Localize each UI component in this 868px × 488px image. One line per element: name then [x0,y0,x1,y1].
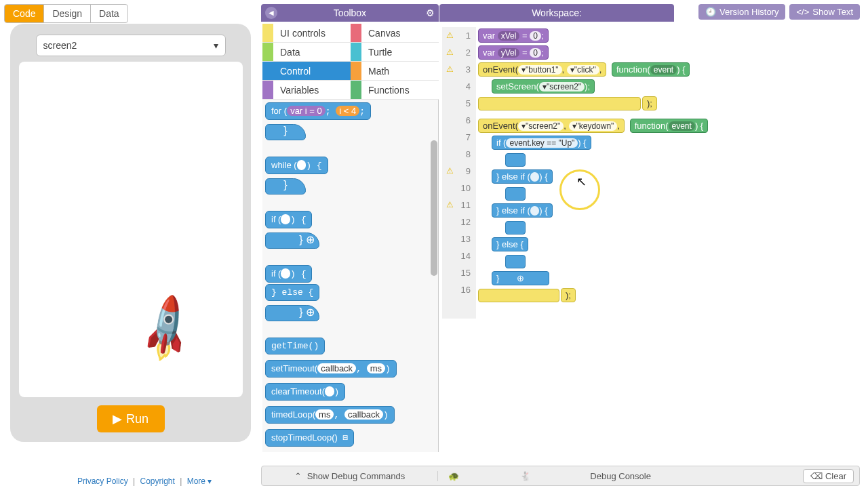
screen-select-dropdown[interactable]: screen2 ▾ [36,35,226,56]
show-debug-commands-button[interactable]: ⌃ Show Debug Commands [262,471,438,481]
clear-button[interactable]: ⌫ Clear [803,469,854,483]
toolbox-blocks-area[interactable]: for (var i = 0; i < 4; } while ( ) { } i… [262,100,439,452]
tab-data[interactable]: Data [90,5,127,22]
block-close[interactable]: } ⊕ [492,271,549,285]
var-decl-block[interactable]: var xVel = 0; [478,28,549,43]
toolbox-categories: UI controls Canvas Data Turtle Control M… [262,24,439,100]
toolbox-gear-icon[interactable]: ⚙ [426,7,435,18]
version-history-button[interactable]: 🕘 Version History [698,4,785,20]
empty-slot[interactable] [505,221,526,235]
app-preview-canvas[interactable]: 🚀 [19,62,243,397]
code-icon: </> [796,7,809,17]
debug-bar: ⌃ Show Debug Commands 🐢🐇 Debug Console ⌫… [261,466,860,486]
block-for[interactable]: for (var i = 0; i < 4; [265,102,371,120]
onevent-block[interactable]: onEvent(▾"screen2", ▾"keydown", [478,119,625,133]
cat-control[interactable]: Control [262,62,351,81]
empty-slot[interactable] [505,187,526,201]
onevent-block[interactable]: onEvent(▾"button1", ▾"click", [478,62,606,77]
speed-slider[interactable]: 🐢🐇 [448,471,531,481]
block-end[interactable] [478,289,559,302]
empty-slot[interactable] [505,255,526,268]
block-if-end[interactable]: } ⊕ [265,232,319,249]
copyright-link[interactable]: Copyright [140,476,174,486]
block-end[interactable] [478,97,641,110]
elseif-block[interactable]: } else if ( ) { [492,203,553,218]
toolbox-scrollbar[interactable] [431,140,437,276]
function-block[interactable]: function(event) { [630,119,709,133]
elseif-block[interactable]: } else if ( ) { [492,169,553,184]
setscreen-block[interactable]: setScreen(▾"screen2"); [492,79,595,94]
debug-console-label: Debug Console [590,471,651,481]
show-text-button[interactable]: </> Show Text [789,4,860,20]
rabbit-icon: 🐇 [520,471,531,481]
block-gettime[interactable]: getTime() [265,338,325,354]
block-settimeout[interactable]: setTimeout(callback, ms) [265,360,397,378]
tab-code[interactable]: Code [5,5,43,22]
workspace-code-area[interactable]: var xVel = 0; var yVel = 0; onEvent(▾"bu… [478,27,852,319]
eraser-icon: ⌫ [810,471,823,481]
line-gutter: 1 2 3 4 5 6 7 8 9 10 11 12 13 14 15 16 [442,27,476,319]
var-decl-block[interactable]: var yVel = 0; [478,45,549,60]
cat-ui-controls[interactable]: UI controls [262,24,351,43]
run-button[interactable]: ▶ Run [97,405,165,432]
workspace-header: Workspace: [439,4,674,22]
view-mode-tabs: Code Design Data [4,4,128,23]
if-block[interactable]: if (event.key == "Up") { [492,136,591,150]
privacy-link[interactable]: Privacy Policy [77,476,128,486]
debug-console-area: 🐢🐇 Debug Console [438,471,803,481]
block-if[interactable]: if ( ) { [265,211,312,228]
block-else[interactable]: } else { [265,284,319,301]
cat-turtle[interactable]: Turtle [351,43,439,62]
tab-design[interactable]: Design [43,5,90,22]
header-buttons: 🕘 Version History </> Show Text [698,4,860,20]
cat-functions[interactable]: Functions [351,81,439,100]
toolbox-header: ◄ Toolbox ⚙ [261,4,439,22]
empty-slot[interactable] [505,153,526,167]
chevron-up-icon: ⌃ [294,471,302,481]
block-for-end[interactable]: } [265,124,306,140]
toolbox-title: Toolbox [334,7,366,18]
clock-icon: 🕘 [705,7,716,17]
simulator-panel: screen2 ▾ 🚀 ▶ Run [10,24,251,442]
toolbox-back-icon[interactable]: ◄ [265,7,277,19]
play-icon: ▶ [113,411,122,426]
workspace-title: Workspace: [532,7,582,18]
cat-math[interactable]: Math [351,62,439,81]
function-block[interactable]: function(event) { [612,62,690,77]
screen-select-value: screen2 [43,40,77,51]
block-ifelse-end[interactable]: } ⊕ [265,305,319,321]
block-while-end[interactable]: } [265,178,306,195]
else-block[interactable]: } else { [492,237,528,251]
footer-links: Privacy Policy | Copyright | More ▾ [75,476,214,486]
turtle-icon: 🐢 [448,471,459,481]
cat-variables[interactable]: Variables [262,81,351,100]
cat-canvas[interactable]: Canvas [351,24,439,43]
block-cleartimeout[interactable]: clearTimeout( ) [265,383,345,401]
block-while[interactable]: while ( ) { [265,157,328,174]
cat-data[interactable]: Data [262,43,351,62]
block-timedloop[interactable]: timedLoop(ms, callback) [265,406,395,424]
block-stoptimedloop[interactable]: stopTimedLoop() ⊟ [265,429,354,447]
rocket-sprite[interactable]: 🚀 [127,291,205,368]
block-if-else[interactable]: if ( ) { [265,265,312,283]
dropdown-caret-icon: ▾ [214,40,218,51]
more-link[interactable]: More ▾ [187,476,212,486]
